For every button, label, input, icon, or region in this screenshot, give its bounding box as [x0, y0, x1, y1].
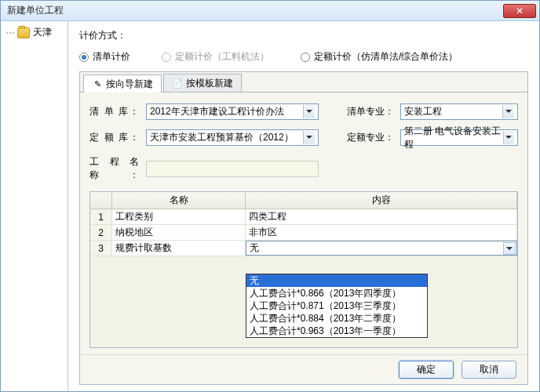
chevron-down-icon: [503, 131, 514, 144]
select-value: 安装工程: [404, 105, 442, 118]
dropdown-item[interactable]: 无: [246, 274, 427, 287]
template-icon: 📄: [172, 78, 183, 89]
quota-spec-label: 定额专业：: [347, 131, 394, 144]
list-lib-select[interactable]: 2012年天津市建设工程计价办法: [146, 103, 319, 120]
grid-header-content: 内容: [246, 192, 517, 209]
quota-spec-select[interactable]: 第二册 电气设备安装工程: [400, 129, 518, 146]
tree-dots-icon: ⋯: [5, 27, 14, 38]
row-content[interactable]: 非市区: [246, 225, 517, 240]
select-value: 2012年天津市建设工程计价办法: [150, 105, 284, 118]
tab-label: 按模板新建: [186, 77, 233, 90]
radio-quota-material: 定额计价（工料机法）: [162, 50, 269, 64]
radio-list-pricing[interactable]: 清单计价: [79, 50, 130, 64]
dropdown-item[interactable]: 人工费合计*0.866（2013年四季度）: [246, 287, 427, 299]
row-num: 1: [90, 209, 112, 224]
radio-icon: [162, 53, 171, 62]
close-button[interactable]: ✕: [503, 4, 536, 18]
chevron-down-icon: [303, 105, 315, 118]
dropdown-item[interactable]: 人工费合计*0.963（2013年一季度）: [246, 325, 427, 337]
table-row[interactable]: 1 工程类别 四类工程: [90, 209, 517, 225]
list-spec-select[interactable]: 安装工程: [400, 103, 518, 120]
button-label: 取消: [480, 363, 498, 376]
row-content-active[interactable]: 无: [246, 241, 517, 256]
list-lib-label: 清 单 库：: [89, 105, 140, 118]
table-row[interactable]: 3 规费计取基数 无: [90, 241, 517, 256]
select-value: 天津市安装工程预算基价（2012）: [150, 131, 294, 144]
chevron-down-icon[interactable]: [503, 242, 516, 255]
tab-label: 按向导新建: [106, 78, 153, 91]
project-name-label: 工程名称：: [89, 155, 140, 182]
radio-label: 定额计价（工料机法）: [175, 50, 269, 64]
titlebar: 新建单位工程 ✕: [1, 1, 539, 21]
radio-label: 清单计价: [93, 50, 130, 64]
dropdown-item[interactable]: 人工费合计*0.871（2013年三季度）: [246, 299, 427, 312]
button-label: 确定: [417, 363, 436, 376]
cancel-button[interactable]: 取消: [462, 361, 516, 379]
row-num: 3: [90, 241, 112, 256]
table-row[interactable]: 2 纳税地区 非市区: [90, 225, 517, 241]
grid-header-name: 名称: [112, 192, 246, 209]
dropdown-list[interactable]: 无 人工费合计*0.866（2013年四季度） 人工费合计*0.871（2013…: [246, 274, 428, 338]
tree-node-label: 天津: [33, 26, 52, 39]
grid: 名称 内容 1 工程类别 四类工程 2: [89, 191, 518, 348]
window-title: 新建单位工程: [4, 4, 503, 17]
radio-icon: [301, 53, 310, 62]
cell-value: 无: [250, 241, 259, 255]
tab-wizard[interactable]: ✎ 按向导新建: [83, 74, 162, 93]
radio-icon: [79, 53, 89, 62]
radio-quota-composite[interactable]: 定额计价（仿清单法/综合单价法）: [301, 50, 458, 64]
chevron-down-icon: [502, 105, 514, 118]
tab-strip: ✎ 按向导新建 📄 按模板新建: [80, 72, 527, 93]
quota-lib-label: 定 额 库：: [89, 131, 140, 144]
tree-node-root[interactable]: ⋯ 天津: [2, 24, 66, 41]
row-name: 规费计取基数: [112, 241, 246, 256]
row-name: 工程类别: [112, 209, 246, 224]
list-spec-label: 清单专业：: [347, 105, 394, 118]
folder-icon: [17, 27, 30, 38]
radio-label: 定额计价（仿清单法/综合单价法）: [314, 50, 458, 64]
project-name-input[interactable]: [146, 161, 319, 177]
grid-header-num: [90, 192, 112, 209]
row-name: 纳税地区: [112, 225, 246, 240]
row-content[interactable]: 四类工程: [246, 209, 517, 224]
sidebar: ⋯ 天津: [1, 21, 68, 391]
wizard-icon: ✎: [92, 78, 103, 89]
chevron-down-icon: [303, 131, 315, 144]
row-num: 2: [90, 225, 112, 240]
tab-template[interactable]: 📄 按模板新建: [163, 74, 242, 92]
ok-button[interactable]: 确定: [399, 361, 454, 379]
select-value: 第二册 电气设备安装工程: [404, 125, 503, 151]
pricing-method-label: 计价方式：: [79, 29, 126, 42]
quota-lib-select[interactable]: 天津市安装工程预算基价（2012）: [146, 129, 319, 146]
dropdown-item[interactable]: 人工费合计*0.884（2013年二季度）: [246, 312, 427, 325]
